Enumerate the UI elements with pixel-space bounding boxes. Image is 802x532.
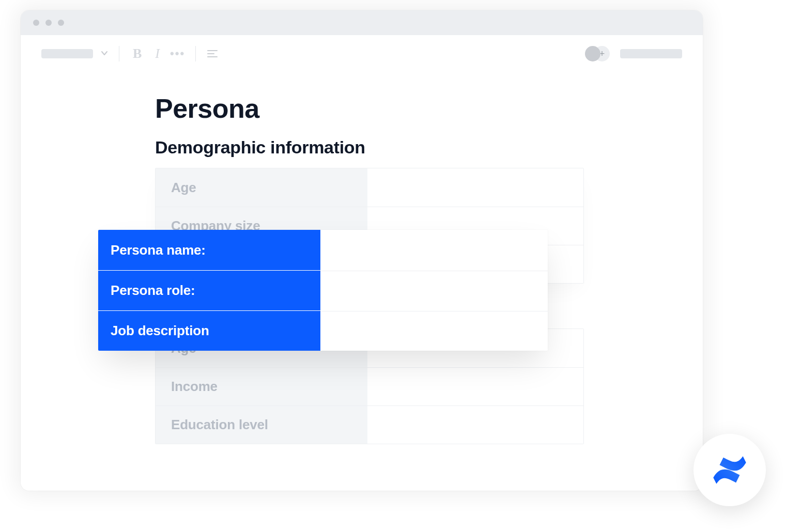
- chevron-down-icon[interactable]: [100, 48, 109, 60]
- table-row[interactable]: Income: [156, 367, 583, 405]
- page-title: Persona: [155, 93, 703, 124]
- toolbar-divider: [195, 46, 196, 61]
- row-label: Education level: [156, 406, 367, 444]
- row-value[interactable]: [367, 406, 583, 444]
- table-row[interactable]: Age: [156, 168, 583, 207]
- table-row[interactable]: Persona role:: [98, 270, 548, 310]
- confluence-badge[interactable]: [693, 434, 766, 506]
- row-value[interactable]: [320, 230, 548, 270]
- table-row[interactable]: Job description: [98, 310, 548, 351]
- row-value[interactable]: [320, 271, 548, 310]
- toolbar-divider: [119, 46, 119, 61]
- row-value[interactable]: [367, 168, 583, 207]
- bold-button[interactable]: B: [130, 47, 145, 60]
- style-selector-placeholder[interactable]: [41, 49, 93, 58]
- table-row[interactable]: Education level: [156, 405, 583, 444]
- editor-toolbar: B I ••• +: [21, 35, 703, 72]
- confluence-icon: [710, 450, 750, 490]
- row-label: Age: [156, 168, 367, 207]
- row-label: Persona name:: [98, 230, 320, 270]
- section-heading: Demographic information: [155, 137, 703, 158]
- row-label: Job description: [98, 311, 320, 351]
- collaborator-avatars[interactable]: +: [585, 45, 612, 62]
- persona-overlay-table[interactable]: Persona name: Persona role: Job descript…: [98, 230, 548, 351]
- row-label: Persona role:: [98, 271, 320, 310]
- row-value[interactable]: [367, 368, 583, 405]
- row-value[interactable]: [320, 311, 548, 351]
- italic-button[interactable]: I: [152, 47, 163, 60]
- share-button-placeholder[interactable]: [620, 49, 682, 58]
- more-formatting-button[interactable]: •••: [170, 47, 185, 60]
- align-left-icon[interactable]: [206, 48, 219, 60]
- table-row[interactable]: Persona name:: [98, 230, 548, 270]
- window-dot-minimize[interactable]: [45, 20, 52, 26]
- avatar[interactable]: [585, 46, 600, 61]
- row-label: Income: [156, 368, 367, 405]
- window-titlebar: [21, 10, 703, 35]
- window-dot-zoom[interactable]: [58, 20, 64, 26]
- window-dot-close[interactable]: [33, 20, 39, 26]
